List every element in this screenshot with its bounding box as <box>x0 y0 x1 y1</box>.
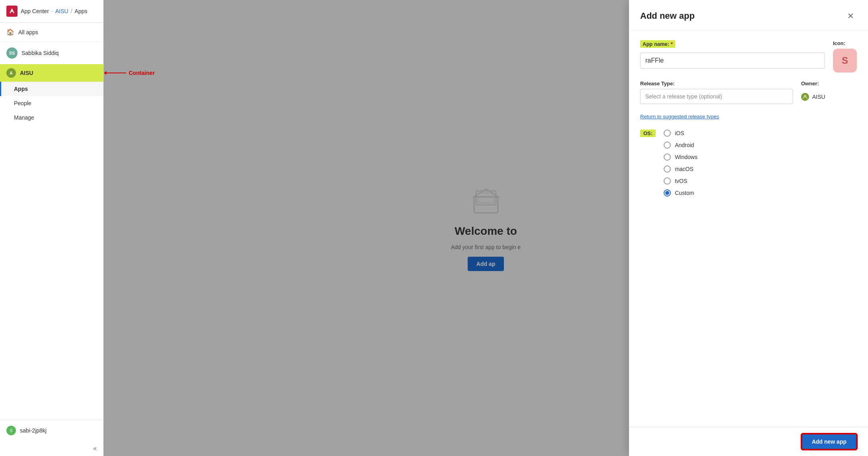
radio-ios <box>664 130 671 137</box>
modal-overlay: Add new app ✕ App name: * <box>104 0 868 456</box>
modal-footer: Add new app <box>629 427 868 456</box>
arrow-head <box>104 71 106 75</box>
radio-custom-inner <box>665 191 669 195</box>
owner-name: AISU <box>812 94 825 100</box>
os-row: OS: iOS Android <box>640 130 857 197</box>
os-custom-label: Custom <box>675 190 694 196</box>
add-new-app-modal: Add new app ✕ App name: * <box>629 0 868 456</box>
breadcrumb-app-center: App Center <box>21 8 49 14</box>
breadcrumb-apps: Apps <box>74 8 87 14</box>
modal-title: Add new app <box>640 11 695 21</box>
sidebar-item-manage[interactable]: Manage <box>0 110 103 125</box>
release-type-label: Release Type: <box>640 81 793 86</box>
icon-group: Icon: S <box>833 40 857 73</box>
sidebar-item-apps[interactable]: Apps <box>0 82 103 96</box>
app-name-label-wrapper: App name: * <box>640 40 825 50</box>
release-type-group: Release Type: Select a release type (opt… <box>640 81 793 105</box>
breadcrumb-sep1: · <box>51 8 53 14</box>
return-link-wrapper: Return to suggested release types <box>640 113 857 120</box>
breadcrumb-sep2: / <box>71 8 72 14</box>
all-apps-label: All apps <box>18 29 38 35</box>
os-ios-label: iOS <box>675 130 684 136</box>
sidebar: App Center · AISU / Apps 🏠 All apps SS S… <box>0 0 104 456</box>
svg-point-1 <box>11 10 13 12</box>
app-name-input[interactable] <box>640 53 825 69</box>
sidebar-org2[interactable]: S sabi-2jp8kj <box>6 426 97 435</box>
os-tvos-label: tvOS <box>675 178 687 184</box>
app-center-logo <box>6 6 18 17</box>
os-option-windows[interactable]: Windows <box>664 153 698 161</box>
owner-group: Owner: AISU <box>801 81 857 105</box>
container-annotation: Container <box>106 70 155 76</box>
sidebar-org-aisu[interactable]: A AISU Container <box>0 64 103 82</box>
os-option-custom[interactable]: Custom <box>664 189 698 197</box>
app-name-label: App name: * <box>640 40 675 48</box>
add-new-app-button[interactable]: Add new app <box>801 434 857 450</box>
os-option-ios[interactable]: iOS <box>664 130 698 137</box>
radio-android <box>664 142 671 149</box>
org-name-label: AISU <box>20 70 33 76</box>
modal-close-button[interactable]: ✕ <box>844 10 857 22</box>
sidebar-bottom: S sabi-2jp8kj <box>0 420 103 441</box>
sidebar-header: App Center · AISU / Apps <box>0 0 103 23</box>
os-section: OS: iOS Android <box>640 130 857 197</box>
breadcrumb-aisu[interactable]: AISU <box>55 8 69 14</box>
home-icon: 🏠 <box>6 28 14 36</box>
app-icon-preview: S <box>833 49 857 73</box>
app-name-group: App name: * <box>640 40 825 73</box>
radio-macos <box>664 165 671 173</box>
required-star: * <box>671 41 673 47</box>
owner-display: AISU <box>801 89 857 105</box>
owner-icon <box>801 93 809 101</box>
radio-tvos <box>664 177 671 185</box>
org2-icon: S <box>6 426 16 435</box>
sidebar-user: SS Sabbika Siddiq <box>0 42 103 64</box>
os-android-label: Android <box>675 142 694 148</box>
sidebar-all-apps[interactable]: 🏠 All apps <box>0 23 103 42</box>
release-owner-row: Release Type: Select a release type (opt… <box>640 81 857 105</box>
os-options-list: iOS Android Windows <box>664 130 698 197</box>
radio-custom <box>664 189 671 197</box>
sidebar-nav: Apps People Manage <box>0 82 103 125</box>
org2-name: sabi-2jp8kj <box>20 427 47 434</box>
app-name-row: App name: * Icon: S <box>640 40 857 73</box>
release-type-select[interactable]: Select a release type (optional) <box>640 89 793 104</box>
annotation-text: Container <box>129 70 155 76</box>
breadcrumb: App Center · AISU / Apps <box>21 8 87 14</box>
icon-label: Icon: <box>833 40 845 46</box>
owner-label: Owner: <box>801 81 857 86</box>
os-label: OS: <box>640 130 656 137</box>
os-option-tvos[interactable]: tvOS <box>664 177 698 185</box>
radio-windows <box>664 153 671 161</box>
os-macos-label: macOS <box>675 166 694 172</box>
annotation-arrow <box>106 73 126 73</box>
return-suggested-link[interactable]: Return to suggested release types <box>640 114 719 120</box>
sidebar-collapse-button[interactable]: « <box>0 441 103 456</box>
avatar: SS <box>6 47 18 59</box>
sidebar-item-people[interactable]: People <box>0 96 103 110</box>
os-option-android[interactable]: Android <box>664 142 698 149</box>
os-windows-label: Windows <box>675 154 698 160</box>
org-icon: A <box>6 68 16 78</box>
modal-header: Add new app ✕ <box>629 0 868 31</box>
os-option-macos[interactable]: macOS <box>664 165 698 173</box>
modal-body: App name: * Icon: S Release Type: <box>629 31 868 427</box>
username-label: Sabbika Siddiq <box>22 50 59 56</box>
main-content: Welcome to Add your first app to begin e… <box>104 0 868 456</box>
